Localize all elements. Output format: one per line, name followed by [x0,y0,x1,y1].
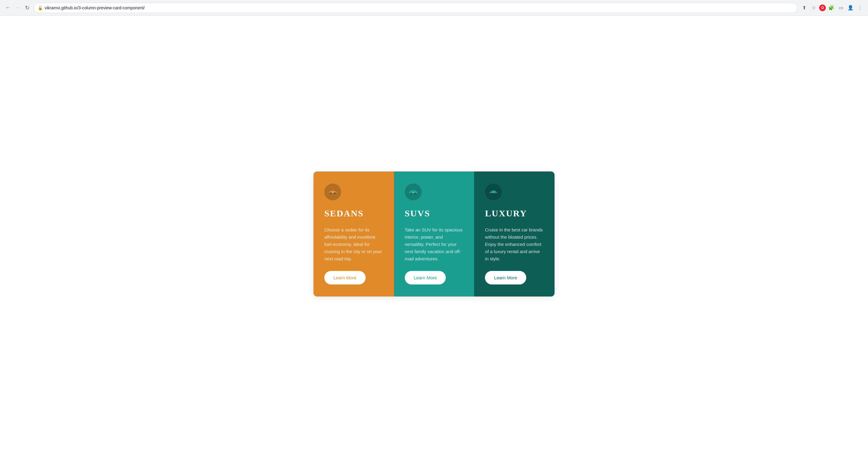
suv-car-icon [408,189,418,195]
svg-point-1 [330,193,331,193]
suv-icon-wrapper [405,184,464,200]
browser-actions: ⬆ ☆ O 🧩 ▭ 👤 ⋮ [800,4,864,12]
browser-toolbar: ← → ↻ 🔒 vikramvi.github.io/3-column-prev… [0,0,868,16]
url-text: vikramvi.github.io/3-column-preview-card… [44,5,145,10]
sedan-car-icon [328,189,338,195]
nav-buttons: ← → ↻ [4,4,31,12]
suv-learn-more-button[interactable]: Learn More [405,271,446,285]
cards-container: SEDANS Choose a sedan for its affordabil… [313,171,555,296]
suv-description: Take an SUV for its spacious interior, p… [405,226,464,262]
luxury-icon-wrapper [485,184,544,200]
svg-point-3 [335,193,335,193]
svg-point-12 [495,193,496,193]
sedan-card: SEDANS Choose a sedan for its affordabil… [313,171,394,296]
luxury-car-icon [489,189,498,195]
sedan-description: Choose a sedan for its affordability and… [324,226,383,262]
luxury-title: LUXURY [485,209,544,218]
extensions-button[interactable]: 🧩 [827,4,835,12]
bookmark-button[interactable]: ☆ [809,4,818,12]
suv-title: SUVS [405,209,464,218]
luxury-description: Cruise in the best car brands without th… [485,226,544,262]
reload-button[interactable]: ↻ [23,4,31,12]
menu-button[interactable]: ⋮ [856,4,864,12]
svg-point-6 [410,193,411,193]
lock-icon: 🔒 [38,5,43,10]
suv-card: SUVS Take an SUV for its spacious interi… [394,171,474,296]
share-button[interactable]: ⬆ [800,4,808,12]
opera-icon: O [819,4,826,11]
address-bar[interactable]: 🔒 vikramvi.github.io/3-column-preview-ca… [34,3,798,13]
luxury-card: LUXURY Cruise in the best car brands wit… [474,171,555,296]
luxury-icon-circle [485,184,502,200]
profile-button[interactable]: 👤 [846,4,855,12]
svg-point-10 [491,193,492,193]
svg-point-8 [415,193,415,193]
suv-icon-circle [405,184,422,200]
sedan-learn-more-button[interactable]: Learn More [324,271,366,285]
forward-button[interactable]: → [13,4,22,12]
back-button[interactable]: ← [4,4,12,12]
sedan-title: SEDANS [324,209,383,218]
page-content: SEDANS Choose a sedan for its affordabil… [0,16,868,452]
sedan-icon-wrapper [324,184,383,200]
sidebar-button[interactable]: ▭ [837,4,845,12]
sedan-icon-circle [324,184,341,200]
luxury-learn-more-button[interactable]: Learn More [485,271,526,285]
